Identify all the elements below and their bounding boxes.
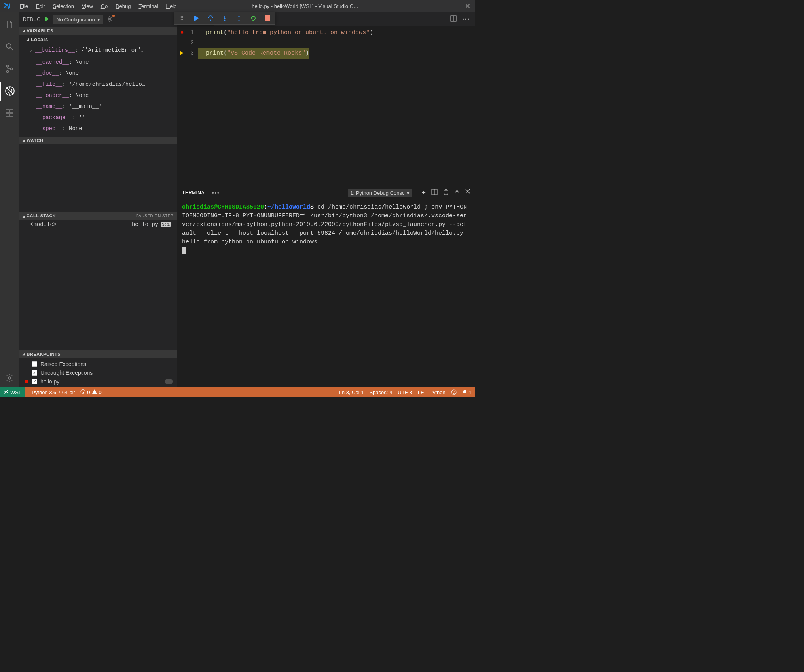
editor-area: hello.py ••• ●1print("hello from python …	[177, 12, 475, 387]
menu-debug[interactable]: Debug	[112, 2, 134, 11]
more-panel-icon[interactable]: •••	[212, 190, 220, 196]
explorer-icon[interactable]	[0, 15, 19, 34]
extensions-icon[interactable]	[0, 104, 19, 123]
debug-config-select[interactable]: No Configuration ▾	[53, 15, 103, 24]
svg-rect-2	[194, 16, 195, 21]
variable-row[interactable]: ▷__builtins__: {'ArithmeticError'…	[30, 45, 177, 57]
trash-icon[interactable]	[443, 189, 449, 197]
new-terminal-icon[interactable]: +	[421, 189, 426, 197]
feedback-icon[interactable]	[451, 389, 457, 395]
code-editor[interactable]: ●1print("hello from python on ubuntu on …	[177, 26, 475, 186]
variable-row[interactable]: __loader__: None	[30, 90, 177, 101]
split-terminal-icon[interactable]	[431, 189, 438, 197]
svg-rect-13	[6, 110, 9, 113]
terminal-tab[interactable]: TERMINAL	[182, 188, 207, 197]
current-line-icon: ▶	[180, 50, 184, 57]
checkbox[interactable]	[32, 361, 37, 367]
minimize-button[interactable]	[430, 2, 438, 10]
maximize-button[interactable]	[447, 2, 455, 10]
locals-scope-header[interactable]: ◢ Locals	[19, 35, 177, 44]
variable-row[interactable]: __file__: '/home/chrisdias/hello…	[30, 79, 177, 90]
watch-body[interactable]	[19, 144, 177, 212]
settings-gear-icon[interactable]	[0, 368, 19, 387]
python-interpreter[interactable]: Python 3.6.7 64-bit	[32, 389, 75, 395]
variables-section-header[interactable]: ◢ VARIABLES	[19, 27, 177, 35]
menu-selection[interactable]: Selection	[49, 2, 77, 11]
indentation[interactable]: Spaces: 4	[369, 389, 392, 395]
count-badge: 1	[165, 379, 173, 384]
encoding[interactable]: UTF-8	[398, 389, 412, 395]
callstack-frame[interactable]: <module> hello.py 3:1	[19, 220, 177, 229]
variable-row[interactable]: __spec__: None	[30, 123, 177, 134]
maximize-panel-icon[interactable]	[454, 189, 460, 197]
restart-icon[interactable]	[249, 14, 258, 23]
svg-point-10	[11, 68, 13, 70]
terminal-select-label: 1: Python Debug Consc	[350, 190, 404, 196]
svg-rect-1	[449, 4, 453, 8]
svg-point-7	[6, 44, 11, 48]
remote-icon	[3, 389, 9, 396]
split-editor-icon[interactable]	[450, 15, 457, 23]
menu-file[interactable]: File	[17, 2, 31, 11]
debug-toolbar[interactable]: ⠿	[174, 12, 275, 25]
svg-point-25	[451, 390, 456, 395]
step-over-icon[interactable]	[206, 14, 215, 23]
more-actions-icon[interactable]: •••	[462, 16, 470, 22]
menu-view[interactable]: View	[79, 2, 96, 11]
menu-terminal[interactable]: Terminal	[135, 2, 161, 11]
language-mode[interactable]: Python	[429, 389, 445, 395]
close-button[interactable]	[464, 2, 472, 10]
notifications-icon[interactable]: 1	[462, 389, 472, 395]
frame-name: <module>	[30, 221, 57, 228]
frame-pos: 3:1	[161, 222, 171, 227]
chevron-down-icon: ▾	[97, 17, 100, 23]
variable-row[interactable]: __doc__: None	[30, 68, 177, 79]
debug-sidebar: DEBUG No Configuration ▾ ◢ VARIABLES ◢ L…	[19, 12, 177, 387]
breakpoint-row[interactable]: ✓Uncaught Exceptions	[19, 368, 177, 377]
menu-go[interactable]: Go	[98, 2, 111, 11]
svg-rect-6	[265, 15, 270, 21]
breakpoints-section-header[interactable]: ◢ BREAKPOINTS	[19, 350, 177, 358]
checkbox[interactable]: ✓	[32, 370, 37, 376]
callstack-section-header[interactable]: ◢ CALL STACK PAUSED ON STEP	[19, 212, 177, 220]
continue-icon[interactable]	[192, 14, 201, 23]
window-title: hello.py - helloWorld [WSL] - Visual Stu…	[188, 3, 423, 9]
checkbox[interactable]: ✓	[32, 379, 37, 384]
cursor-position[interactable]: Ln 3, Col 1	[339, 389, 364, 395]
stop-icon[interactable]	[263, 14, 272, 23]
svg-rect-15	[10, 114, 13, 117]
svg-point-5	[239, 20, 240, 21]
scm-icon[interactable]	[0, 59, 19, 78]
chevron-down-icon: ▾	[407, 190, 410, 196]
close-panel-icon[interactable]	[465, 189, 470, 197]
debug-icon[interactable]	[0, 82, 19, 101]
terminal-body[interactable]: chrisdias@CHRISDIAS5020:~/helloWorld$ cd…	[177, 200, 475, 387]
terminal-select[interactable]: 1: Python Debug Consc ▾	[348, 189, 412, 197]
activity-bar	[0, 12, 19, 387]
variable-row[interactable]: __package__: ''	[30, 112, 177, 123]
problems-indicator[interactable]: 0 0	[80, 389, 101, 395]
menu-bar: FileEditSelectionViewGoDebugTerminalHelp	[17, 2, 180, 11]
debug-settings-gear-icon[interactable]	[106, 15, 113, 24]
start-debug-icon[interactable]	[44, 16, 50, 23]
breakpoint-row[interactable]: ✓hello.py1	[19, 377, 177, 386]
eol[interactable]: LF	[418, 389, 424, 395]
remote-indicator[interactable]: WSL	[0, 387, 25, 397]
drag-handle-icon[interactable]: ⠿	[178, 14, 186, 23]
debug-sidebar-toolbar: DEBUG No Configuration ▾	[19, 12, 177, 27]
breakpoint-row[interactable]: Raised Exceptions	[19, 360, 177, 368]
svg-point-8	[7, 65, 9, 67]
search-icon[interactable]	[0, 37, 19, 56]
warning-icon	[92, 389, 97, 395]
menu-help[interactable]: Help	[163, 2, 180, 11]
step-into-icon[interactable]	[220, 14, 229, 23]
menu-edit[interactable]: Edit	[33, 2, 48, 11]
svg-point-17	[8, 377, 11, 379]
watch-section-header[interactable]: ◢ WATCH	[19, 137, 177, 144]
svg-point-4	[224, 20, 226, 21]
variable-row[interactable]: __cached__: None	[30, 57, 177, 68]
variable-row[interactable]: __name__: '__main__'	[30, 101, 177, 112]
breakpoint-glyph-icon[interactable]: ●	[180, 29, 184, 36]
svg-rect-0	[432, 6, 437, 6]
step-out-icon[interactable]	[235, 14, 243, 23]
